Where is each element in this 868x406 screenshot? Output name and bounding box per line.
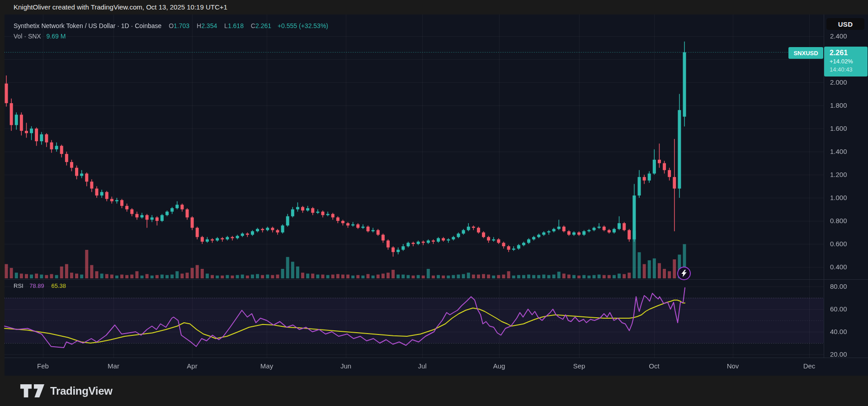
ohlc-open-value: 1.703 (174, 22, 189, 29)
footer: TradingView (0, 376, 868, 406)
ohlc-high-value: 2.354 (201, 22, 217, 29)
time-tick-label: Feb (37, 362, 49, 370)
time-tick-label: Aug (493, 362, 505, 370)
volume-legend: Vol · SNX 9.69 M (14, 33, 66, 40)
rsi-value: 78.89 (29, 282, 44, 289)
symbol-price-chip: SNXUSD (788, 47, 823, 59)
rsi-legend: RSI 78.89 65.38 (14, 282, 66, 289)
symbol-title: Synthetix Network Token / US Dollar · 1D… (14, 22, 161, 29)
time-tick-label: Dec (803, 362, 816, 370)
time-tick-label: Apr (187, 362, 197, 370)
attribution-bar: KnightOliver created with TradingView.co… (0, 0, 868, 14)
rsi-tick-label: 60.00 (830, 305, 847, 313)
tradingview-published-chart: KnightOliver created with TradingView.co… (0, 0, 868, 406)
change-value: +0.555 (+32.53%) (278, 22, 328, 29)
last-price-label: 2.261 +14.02% 14:40:43 (824, 47, 868, 76)
volume-value: 9.69 M (47, 33, 66, 40)
time-tick-label: Sep (573, 362, 585, 370)
tradingview-logo-text[interactable]: TradingView (50, 385, 113, 397)
time-tick-label: Mar (108, 362, 119, 370)
price-tick-label: 0.800 (830, 217, 847, 224)
ohlc-open-key: O (169, 22, 174, 29)
chart-area: Synthetix Network Token / US Dollar · 1D… (0, 14, 868, 376)
bar-countdown: 14:40:43 (830, 66, 868, 74)
price-tick-label: 1.200 (830, 171, 847, 178)
currency-button[interactable]: USD (826, 18, 864, 30)
price-tick-label: 1.000 (830, 194, 847, 201)
last-price-value: 2.261 (830, 48, 868, 57)
price-tick-label: 1.800 (830, 101, 847, 109)
rsi-ma-value: 65.38 (51, 282, 66, 289)
ohlc-close-value: 2.261 (255, 22, 271, 29)
time-tick-label: Nov (727, 362, 739, 370)
volume-label: Vol · SNX (14, 33, 41, 40)
price-tick-label: 1.600 (830, 124, 847, 132)
price-tick-label: 2.000 (830, 78, 847, 86)
time-tick-label: Jul (418, 362, 426, 370)
rsi-tick-label: 80.00 (830, 282, 847, 290)
time-tick-label: Jun (340, 362, 351, 370)
time-axis[interactable]: FebMarAprMayJunJulAugSepOctNovDec (5, 358, 868, 376)
time-tick-label: May (260, 362, 273, 370)
last-price-change-pct: +14.02% (830, 57, 868, 66)
ohlc-low-value: 1.618 (228, 22, 244, 29)
pane-separator[interactable] (5, 279, 868, 280)
rsi-tick-label: 20.00 (830, 350, 847, 358)
price-tick-label: 0.400 (830, 263, 847, 271)
price-tick-label: 2.400 (830, 32, 847, 40)
price-tick-label: 1.400 (830, 148, 847, 155)
ohlc-high-key: H (197, 22, 201, 29)
lightning-icon (681, 270, 687, 277)
attribution-text: KnightOliver created with TradingView.co… (14, 3, 227, 11)
ohlc-low-key: L (224, 22, 228, 29)
symbol-legend: Synthetix Network Token / US Dollar · 1D… (14, 22, 328, 29)
price-tick-label: 0.600 (830, 240, 847, 248)
lightning-button[interactable] (677, 267, 691, 280)
price-chart-canvas[interactable] (0, 14, 868, 376)
rsi-tick-label: 40.00 (830, 328, 847, 335)
rsi-label: RSI (14, 282, 24, 289)
tradingview-logo-icon[interactable] (20, 384, 45, 398)
ohlc-close-key: C (251, 22, 255, 29)
time-tick-label: Oct (649, 362, 659, 370)
